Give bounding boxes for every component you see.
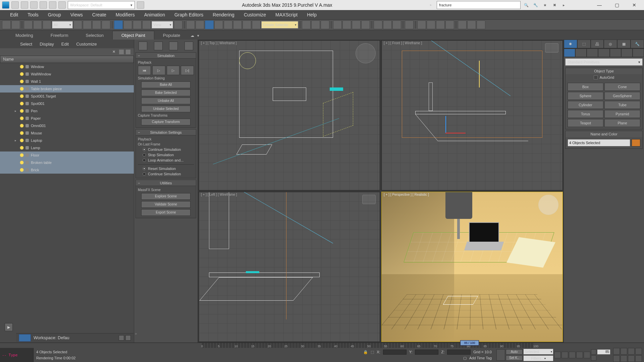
category-dropdown[interactable]: Standard Primitives (565, 58, 643, 66)
viewport-layout-icon[interactable] (19, 334, 31, 342)
radio-continue2[interactable]: Continue Simulation (138, 172, 194, 176)
select-region-icon[interactable] (92, 20, 101, 29)
ribbon-expand-icon[interactable]: ▾ (196, 32, 201, 40)
keystep-icon[interactable] (591, 349, 596, 355)
save-file-icon[interactable] (30, 1, 38, 9)
sub-lights-icon[interactable] (587, 49, 598, 57)
percent-snap-icon[interactable] (224, 20, 232, 29)
nav-pan-icon[interactable] (613, 348, 620, 355)
viewport-label[interactable]: [ + ] [ Perspective ] [ Realistic ] (384, 193, 429, 196)
open-file-icon[interactable] (21, 1, 28, 9)
current-frame-input[interactable]: 85 (597, 349, 610, 355)
scene-node[interactable]: Lamp (0, 144, 134, 152)
primitive-teapot-button[interactable]: Teapot (568, 119, 603, 127)
viewcube-icon[interactable] (545, 43, 558, 53)
rollout-simulation[interactable]: Simulation (136, 53, 196, 59)
se-menu-display[interactable]: Display (40, 42, 54, 47)
export-scene-button[interactable]: Export Scene (141, 209, 191, 216)
script-listener[interactable]: -- Type (0, 348, 34, 362)
cmd-tab-create-icon[interactable]: ✺ (564, 40, 577, 48)
cmd-tab-motion-icon[interactable]: ◎ (604, 40, 617, 48)
select-scale-icon[interactable] (133, 20, 142, 29)
undo-icon[interactable] (2, 20, 11, 29)
unbake-all-button[interactable]: Unbake All (141, 98, 191, 104)
iso-icon[interactable]: ⬚ (371, 350, 374, 354)
sub-geometry-icon[interactable] (564, 49, 575, 57)
select-name-icon[interactable] (83, 20, 92, 29)
prev-frame-icon[interactable] (561, 352, 568, 358)
viewport-label[interactable]: [ + ] [ Front ] [ Wireframe ] (384, 41, 422, 45)
radio-reset[interactable]: Reset Simulation (138, 167, 194, 171)
viewport-top[interactable]: [ + ] [ Top ] [ Wireframe ] (199, 40, 380, 190)
viewport-label[interactable]: [ + ] [ Top ] [ Wireframe ] (201, 41, 237, 45)
ws-opt1-icon[interactable] (119, 335, 124, 341)
primitive-torus-button[interactable]: Torus (568, 110, 603, 118)
se-clear-icon[interactable]: ✕ (112, 50, 117, 54)
scene-node[interactable]: Mouse (0, 129, 134, 137)
scene-node[interactable]: ▸Pen (0, 107, 134, 115)
scene-node[interactable]: ▸Laptop (0, 137, 134, 144)
sub-helpers-icon[interactable] (610, 49, 621, 57)
sub-systems-icon[interactable] (633, 49, 644, 57)
sim-play-button[interactable]: ▷ (152, 66, 165, 75)
se-menu-customize[interactable]: Customize (76, 42, 97, 47)
named-selection-dropdown[interactable]: Create Selectio (261, 21, 298, 28)
primitive-sphere-button[interactable]: Sphere (568, 92, 603, 100)
tab-objectpaint[interactable]: Object Paint (112, 31, 154, 40)
unlink-icon[interactable] (33, 20, 42, 29)
rollout-simsettings[interactable]: Simulation Settings (136, 129, 196, 135)
nav-zoomall-icon[interactable] (628, 348, 635, 355)
keymode-icon[interactable] (196, 20, 204, 29)
manipulate-icon[interactable] (186, 20, 195, 29)
select-icon[interactable] (73, 20, 82, 29)
sim-tab-world-icon[interactable] (139, 42, 147, 50)
viewcube-icon[interactable] (538, 195, 558, 215)
selection-filter-dropdown[interactable]: All (52, 21, 73, 28)
minimize-button[interactable]: — (592, 0, 607, 10)
validate-scene-button[interactable]: Validate Scene (141, 201, 191, 208)
tab-modeling[interactable]: Modeling (7, 31, 42, 40)
scene-node[interactable]: Spot001 (0, 100, 134, 107)
angle-snap-icon[interactable] (214, 20, 223, 29)
rollout-namecolor[interactable]: Name and Color (566, 131, 642, 137)
more-icon[interactable]: ▸ (560, 1, 568, 9)
cmd-tab-utilities-icon[interactable]: 🔧 (631, 40, 644, 48)
primitive-tube-button[interactable]: Tube (604, 101, 640, 109)
bind-icon[interactable] (43, 20, 51, 29)
x-input[interactable] (383, 350, 407, 355)
object-name-input[interactable] (568, 139, 630, 146)
tab-selection[interactable]: Selection (77, 31, 112, 40)
search-input[interactable] (437, 1, 521, 9)
menu-group[interactable]: Group (48, 12, 61, 17)
scene-node[interactable]: Spot001.Target (0, 93, 134, 100)
cmd-tab-modify-icon[interactable]: ⬚ (577, 40, 591, 48)
redo-icon[interactable] (49, 1, 56, 9)
align-icon[interactable] (311, 20, 320, 29)
sub-spacewarps-icon[interactable] (621, 49, 633, 57)
time-slider-thumb[interactable]: 85 / 100 (460, 340, 479, 346)
autokey-button[interactable]: Auto (506, 349, 523, 355)
app-menu-icon[interactable] (2, 1, 9, 9)
setkey-button[interactable]: Set K.. (506, 355, 523, 361)
explore-scene-button[interactable]: Explore Scene (141, 193, 191, 200)
se-column-header[interactable]: Name (0, 56, 134, 63)
undo-icon[interactable] (40, 1, 47, 9)
tag-icon[interactable]: ▢ (463, 356, 467, 360)
mirror-icon[interactable] (302, 20, 311, 29)
se-menu-edit[interactable]: Edit (61, 42, 69, 47)
scene-node[interactable]: WallWindow (0, 70, 134, 78)
link-icon[interactable] (24, 20, 33, 29)
material-editor-icon[interactable] (361, 20, 370, 29)
sim-step-button[interactable]: ▷| (181, 66, 194, 75)
layers-icon[interactable] (321, 20, 329, 29)
scene-node[interactable]: Window (0, 63, 134, 70)
primitive-box-button[interactable]: Box (568, 83, 603, 91)
mfx-constraint-icon[interactable] (445, 20, 454, 29)
viewport-label[interactable]: [ + ] [ Left ] [ Wireframe ] (201, 193, 237, 196)
spinner-snap-icon[interactable] (233, 20, 242, 29)
scene-node[interactable]: Paper (0, 115, 134, 122)
goto-start-icon[interactable] (554, 352, 561, 358)
lock-icon[interactable]: 🔒 (363, 350, 368, 354)
cmd-tab-display-icon[interactable]: ▦ (617, 40, 631, 48)
nav-zoom-icon[interactable] (621, 348, 627, 355)
